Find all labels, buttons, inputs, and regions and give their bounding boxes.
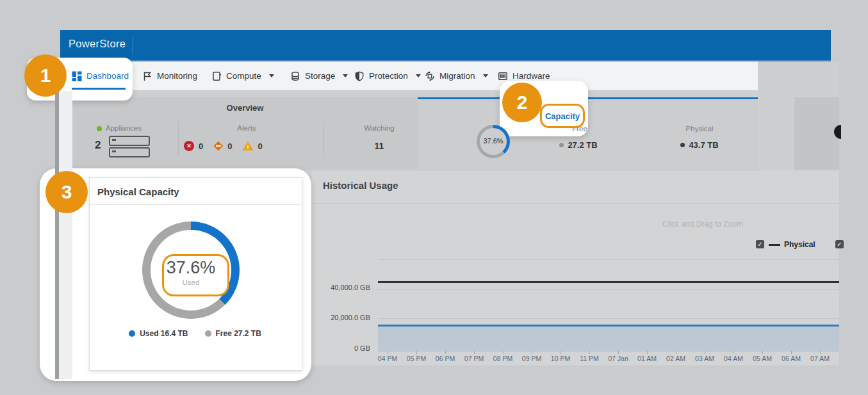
appliances-status-dot	[97, 126, 102, 131]
x-axis-tick	[733, 351, 734, 354]
nav-label-monitoring: Monitoring	[157, 71, 197, 81]
x-axis-tick	[561, 351, 561, 354]
legend-checkbox-physical[interactable]	[756, 240, 764, 248]
x-axis-label: 07 Jan	[604, 355, 632, 362]
protection-shield-icon	[354, 71, 364, 81]
appliances-count: 2	[95, 139, 101, 152]
capacity-title-highlight: Capacity	[540, 104, 585, 128]
top-bar: PowerStore	[60, 30, 831, 61]
appliances-icon	[109, 136, 150, 157]
x-axis-label: 09 PM	[518, 355, 546, 362]
watching-count: 11	[341, 141, 418, 151]
nav-item-protection[interactable]: Protection	[354, 61, 421, 90]
top-bar-divider	[133, 36, 133, 54]
nav-item-storage[interactable]: Storage	[290, 61, 348, 90]
nav-item-dashboard[interactable]: Dashboard	[72, 61, 129, 90]
major-alert-icon	[213, 141, 223, 151]
x-axis-tick	[676, 351, 676, 354]
chevron-down-icon	[483, 74, 488, 77]
dashboard-grid-icon	[72, 71, 82, 81]
nav-item-compute[interactable]: Compute	[211, 61, 274, 90]
x-axis-tick	[532, 351, 532, 354]
nav-label-storage: Storage	[305, 71, 335, 81]
storage-icon	[290, 71, 300, 81]
x-axis-tick	[762, 351, 763, 354]
physical-dot	[680, 143, 685, 147]
callout-3-number: 3	[45, 171, 88, 213]
alerts-row: 0 0 0	[184, 141, 263, 151]
x-axis-label: 05 PM	[402, 355, 430, 362]
x-axis-label: 04 AM	[719, 355, 748, 362]
critical-alert-count: 0	[199, 141, 203, 151]
watching-label: Watching	[341, 124, 418, 132]
x-axis-label: 08 PM	[489, 355, 517, 362]
card-legend-used: Used 16.4 TB	[129, 329, 188, 338]
critical-alert-icon	[184, 141, 194, 151]
cropped-dark-donut-icon	[834, 125, 841, 140]
capacity-summary-donut: 37.6%	[477, 125, 510, 158]
used-legend-dot	[129, 330, 135, 337]
y-axis-label-0: 0 GB	[314, 344, 370, 352]
capacity-section-title[interactable]: Capacity	[545, 111, 580, 121]
minor-alert-icon	[242, 141, 253, 150]
capacity-physical-value-row: 43.7 TB	[666, 140, 733, 150]
capacity-free-value-row: 27.2 TB	[546, 140, 610, 150]
callout-2-number: 2	[502, 83, 542, 122]
nav-label-migration: Migration	[439, 71, 475, 81]
card-legend: Used 16.4 TB Free 27.2 TB	[89, 329, 301, 338]
nav-label-hardware: Hardware	[512, 71, 550, 81]
used-series-line	[378, 325, 839, 326]
overview-divider-1	[178, 122, 179, 155]
x-axis-tick	[388, 351, 388, 354]
x-axis-tick	[618, 351, 619, 354]
nav-label-dashboard: Dashboard	[86, 71, 129, 81]
nav-item-monitoring[interactable]: Monitoring	[142, 61, 197, 90]
y-axis-label-40000: 40,000.0 GB	[314, 284, 370, 291]
capacity-free-value: 27.2 TB	[568, 140, 597, 150]
x-axis-label: 01 AM	[633, 355, 661, 362]
free-dot	[559, 143, 564, 147]
free-legend-dot	[205, 330, 211, 337]
x-axis-tick	[474, 351, 475, 354]
x-axis-label: 10 PM	[546, 355, 575, 362]
migration-icon	[425, 71, 435, 81]
x-axis-label: 06 AM	[777, 355, 805, 362]
alerts-label: Alerts	[183, 124, 311, 132]
nav-label-protection: Protection	[369, 71, 408, 81]
appliances-label: Appliances	[106, 124, 142, 132]
drag-to-zoom-hint: Click and Drag to Zoom	[639, 220, 767, 229]
historical-usage-title: Historical Usage	[323, 180, 398, 191]
capacity-physical-value: 43.7 TB	[689, 140, 718, 150]
nav-label-compute: Compute	[226, 71, 261, 81]
callout-1-number: 1	[24, 54, 67, 97]
chevron-down-icon	[269, 74, 274, 77]
x-axis-label: 04 PM	[373, 355, 402, 362]
physical-capacity-title: Physical Capacity	[97, 186, 179, 197]
x-axis-label: 02 AM	[662, 355, 690, 362]
legend-physical-label: Physical	[784, 240, 815, 249]
legend-physical-line-swatch	[769, 244, 780, 246]
compute-icon	[211, 71, 222, 81]
next-section-panel-cropped	[794, 97, 839, 170]
nav-item-migration[interactable]: Migration	[425, 61, 488, 90]
chevron-down-icon	[416, 74, 421, 77]
brand-logo: PowerStore	[69, 38, 126, 50]
annotated-screenshot: PowerStore Overview Appliances 2 Alerts …	[0, 0, 868, 395]
x-axis-tick	[647, 351, 648, 354]
x-axis-tick	[589, 351, 590, 354]
x-axis: 04 PM05 PM06 PM07 PM08 PM09 PM10 PM11 PM…	[372, 351, 839, 364]
overview-title: Overview	[72, 103, 418, 113]
historical-header-divider	[312, 203, 839, 204]
hardware-icon	[498, 71, 508, 81]
x-axis-tick	[445, 351, 446, 354]
used-legend-label: Used 16.4 TB	[140, 329, 188, 338]
legend-checkbox-cropped[interactable]	[835, 240, 844, 248]
physical-series-line	[378, 281, 839, 283]
minor-alert-count: 0	[258, 141, 262, 151]
x-axis-label: 07 AM	[806, 355, 834, 362]
x-axis-tick	[416, 351, 417, 354]
monitoring-flag-icon	[142, 71, 152, 81]
x-axis-tick	[503, 351, 504, 354]
x-axis-label: 08 AM	[835, 355, 839, 362]
donut-center-highlight	[162, 254, 229, 296]
